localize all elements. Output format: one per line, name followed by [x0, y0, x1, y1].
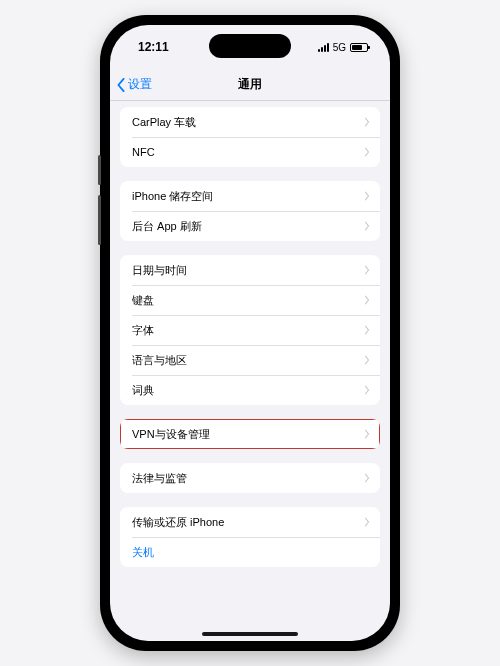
- row-label: NFC: [132, 146, 155, 158]
- home-indicator: [202, 632, 298, 636]
- chevron-right-icon: [364, 429, 370, 439]
- nav-bar: 设置 通用: [110, 69, 390, 101]
- group-legal: 法律与监管: [120, 463, 380, 493]
- chevron-right-icon: [364, 265, 370, 275]
- chevron-right-icon: [364, 355, 370, 365]
- chevron-right-icon: [364, 385, 370, 395]
- group-locale: 日期与时间 键盘 字体 语言与地区: [120, 255, 380, 405]
- row-legal[interactable]: 法律与监管: [120, 463, 380, 493]
- screen: 12:11 5G 设置 通用 CarPlay 车载: [110, 25, 390, 641]
- row-shutdown[interactable]: 关机: [120, 537, 380, 567]
- group-transfer-shutdown: 传输或还原 iPhone 关机: [120, 507, 380, 567]
- row-carplay[interactable]: CarPlay 车载: [120, 107, 380, 137]
- group-vpn: VPN与设备管理: [120, 419, 380, 449]
- chevron-right-icon: [364, 221, 370, 231]
- row-dictionary[interactable]: 词典: [120, 375, 380, 405]
- back-button[interactable]: 设置: [116, 76, 152, 93]
- chevron-left-icon: [116, 78, 126, 92]
- chevron-right-icon: [364, 517, 370, 527]
- row-label: 词典: [132, 383, 154, 398]
- chevron-right-icon: [364, 325, 370, 335]
- settings-list[interactable]: CarPlay 车载 NFC iPhone 储存空间 后台 App 刷新: [110, 101, 390, 641]
- page-title: 通用: [238, 76, 262, 93]
- row-background-refresh[interactable]: 后台 App 刷新: [120, 211, 380, 241]
- row-label: 日期与时间: [132, 263, 187, 278]
- status-right: 5G: [318, 42, 368, 53]
- row-label: 传输或还原 iPhone: [132, 515, 224, 530]
- group-storage-refresh: iPhone 储存空间 后台 App 刷新: [120, 181, 380, 241]
- row-vpn-device-management[interactable]: VPN与设备管理: [120, 419, 380, 449]
- network-label: 5G: [333, 42, 346, 53]
- row-nfc[interactable]: NFC: [120, 137, 380, 167]
- row-fonts[interactable]: 字体: [120, 315, 380, 345]
- row-label: CarPlay 车载: [132, 115, 196, 130]
- back-label: 设置: [128, 76, 152, 93]
- phone-frame: 12:11 5G 设置 通用 CarPlay 车载: [100, 15, 400, 651]
- row-label: VPN与设备管理: [132, 427, 210, 442]
- row-label: iPhone 储存空间: [132, 189, 213, 204]
- row-transfer-reset[interactable]: 传输或还原 iPhone: [120, 507, 380, 537]
- dynamic-island: [209, 34, 291, 58]
- row-language-region[interactable]: 语言与地区: [120, 345, 380, 375]
- row-storage[interactable]: iPhone 储存空间: [120, 181, 380, 211]
- row-datetime[interactable]: 日期与时间: [120, 255, 380, 285]
- signal-icon: [318, 43, 329, 52]
- row-keyboard[interactable]: 键盘: [120, 285, 380, 315]
- chevron-right-icon: [364, 147, 370, 157]
- chevron-right-icon: [364, 191, 370, 201]
- row-label: 键盘: [132, 293, 154, 308]
- group-carplay-nfc: CarPlay 车载 NFC: [120, 107, 380, 167]
- row-label: 关机: [132, 545, 154, 560]
- status-time: 12:11: [138, 40, 169, 54]
- chevron-right-icon: [364, 117, 370, 127]
- row-label: 法律与监管: [132, 471, 187, 486]
- battery-icon: [350, 43, 368, 52]
- stage: 12:11 5G 设置 通用 CarPlay 车载: [0, 0, 500, 666]
- chevron-right-icon: [364, 473, 370, 483]
- chevron-right-icon: [364, 295, 370, 305]
- row-label: 后台 App 刷新: [132, 219, 202, 234]
- row-label: 语言与地区: [132, 353, 187, 368]
- row-label: 字体: [132, 323, 154, 338]
